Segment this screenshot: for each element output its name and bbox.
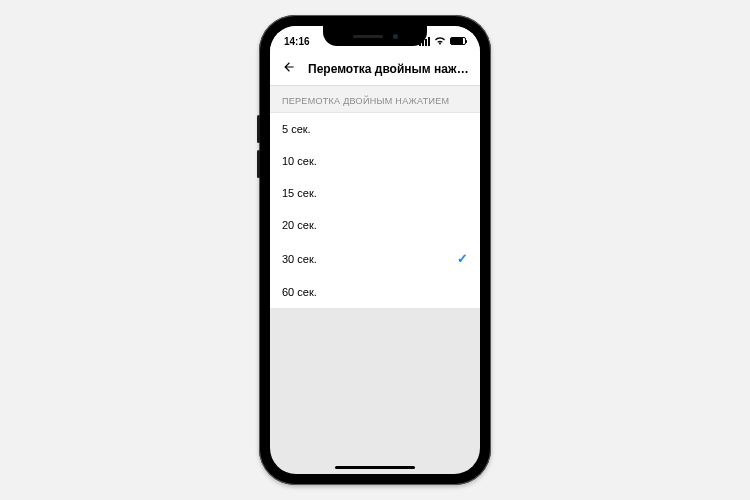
option-15s[interactable]: 15 сек. ✓ — [270, 177, 480, 209]
option-20s[interactable]: 20 сек. ✓ — [270, 209, 480, 241]
section-header: ПЕРЕМОТКА ДВОЙНЫМ НАЖАТИЕМ — [270, 86, 480, 113]
option-label: 60 сек. — [282, 286, 317, 298]
phone-frame: 14:16 Перемотка двойным нажатием ПЕРЕМОТ… — [259, 15, 491, 485]
option-label: 15 сек. — [282, 187, 317, 199]
option-label: 5 сек. — [282, 123, 311, 135]
option-label: 30 сек. — [282, 253, 317, 265]
notch — [323, 26, 427, 46]
option-label: 10 сек. — [282, 155, 317, 167]
option-60s[interactable]: 60 сек. ✓ — [270, 276, 480, 308]
option-label: 20 сек. — [282, 219, 317, 231]
screen: 14:16 Перемотка двойным нажатием ПЕРЕМОТ… — [270, 26, 480, 474]
battery-icon — [450, 37, 466, 45]
nav-bar: Перемотка двойным нажатием — [270, 52, 480, 86]
home-indicator[interactable] — [335, 466, 415, 469]
wifi-icon — [434, 36, 446, 47]
option-5s[interactable]: 5 сек. ✓ — [270, 113, 480, 145]
status-time: 14:16 — [284, 36, 310, 47]
option-30s[interactable]: 30 сек. ✓ — [270, 241, 480, 276]
option-10s[interactable]: 10 сек. ✓ — [270, 145, 480, 177]
page-title: Перемотка двойным нажатием — [308, 62, 472, 76]
options-list: 5 сек. ✓ 10 сек. ✓ 15 сек. ✓ 20 сек. ✓ 3… — [270, 113, 480, 308]
checkmark-icon: ✓ — [457, 251, 468, 266]
arrow-left-icon — [282, 60, 296, 74]
back-button[interactable] — [278, 58, 300, 79]
